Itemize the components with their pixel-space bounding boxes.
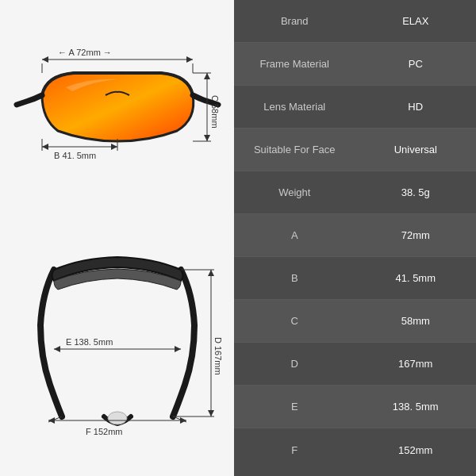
spec-row-d: D167mm: [234, 343, 476, 386]
spec-value: 167mm: [355, 358, 477, 370]
svg-text:E  138. 5mm: E 138. 5mm: [66, 337, 113, 347]
svg-line-33: [173, 416, 186, 422]
spec-row-weight: Weight38. 5g: [234, 171, 476, 214]
svg-marker-13: [204, 73, 210, 79]
svg-marker-27: [175, 346, 181, 352]
spec-row-a: A72mm: [234, 214, 476, 257]
spec-row-b: B41. 5mm: [234, 257, 476, 300]
spec-label: Lens Material: [234, 101, 355, 113]
spec-label: Frame Material: [234, 58, 355, 70]
spec-row-e: E138. 5mm: [234, 386, 476, 428]
left-panel: ← A 72mm → B 41. 5mm C 58mm: [0, 0, 234, 476]
spec-label: A: [234, 229, 355, 241]
svg-marker-1: [42, 56, 48, 63]
svg-text:D  167mm: D 167mm: [213, 337, 223, 375]
spec-row-c: C58mm: [234, 300, 476, 343]
spec-row-brand: BrandELAX: [234, 0, 476, 43]
svg-text:C  58mm: C 58mm: [210, 95, 220, 129]
spec-label: Brand: [234, 15, 355, 27]
top-diagram: ← A 72mm → B 41. 5mm C 58mm: [0, 8, 234, 238]
spec-label: C: [234, 315, 355, 327]
spec-label: F: [234, 444, 355, 456]
spec-value: 72mm: [355, 229, 477, 241]
svg-marker-2: [186, 56, 193, 63]
svg-marker-20: [208, 270, 214, 276]
spec-label: Weight: [234, 186, 355, 198]
svg-marker-26: [54, 346, 60, 352]
svg-line-32: [48, 416, 62, 422]
right-panel: BrandELAXFrame MaterialPCLens MaterialHD…: [234, 0, 476, 476]
bottom-diagram: D 167mm E 138. 5mm F 152mm: [0, 238, 234, 468]
spec-value: ELAX: [355, 15, 477, 27]
spec-row-frame-material: Frame MaterialPC: [234, 43, 476, 86]
spec-value: 41. 5mm: [355, 272, 477, 284]
spec-row-f: F152mm: [234, 428, 476, 471]
svg-text:← A  72mm →: ← A 72mm →: [58, 48, 112, 57]
svg-marker-14: [204, 135, 210, 141]
spec-row-lens-material: Lens MaterialHD: [234, 86, 476, 129]
svg-marker-8: [111, 144, 117, 150]
spec-value: PC: [355, 58, 477, 70]
spec-value: HD: [355, 101, 477, 113]
spec-value: 38. 5g: [355, 186, 477, 198]
svg-text:B  41. 5mm: B 41. 5mm: [54, 151, 96, 160]
spec-label: D: [234, 358, 355, 370]
spec-value: Universal: [355, 144, 477, 155]
svg-marker-7: [42, 144, 48, 150]
spec-label: E: [234, 401, 355, 413]
spec-row-suitable-for-face: Suitable For FaceUniversal: [234, 129, 476, 171]
svg-marker-21: [208, 410, 214, 416]
spec-label: B: [234, 272, 355, 284]
svg-point-18: [108, 412, 127, 424]
spec-label: Suitable For Face: [234, 144, 355, 155]
spec-value: 152mm: [355, 444, 477, 456]
spec-value: 58mm: [355, 315, 477, 327]
svg-text:F  152mm: F 152mm: [86, 427, 122, 436]
spec-value: 138. 5mm: [355, 401, 477, 413]
